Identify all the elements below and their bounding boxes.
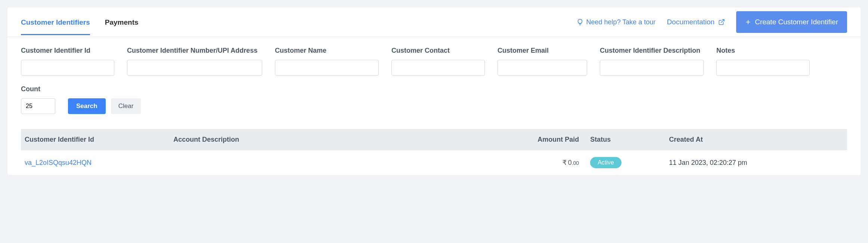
th-desc: Account Description — [170, 129, 500, 150]
cell-status: Active — [583, 150, 665, 175]
svg-line-0 — [721, 19, 724, 22]
filter-email-input[interactable] — [497, 60, 587, 76]
help-link[interactable]: Need help? Take a tour — [577, 18, 656, 26]
filter-number: Customer Identifier Number/UPI Address — [127, 47, 262, 76]
documentation-link-label: Documentation — [667, 18, 714, 26]
filter-name: Customer Name — [275, 47, 379, 76]
th-status: Status — [583, 129, 665, 150]
cell-created: 11 Jan 2023, 02:20:27 pm — [665, 150, 847, 175]
tab-bar: Customer Identifiers Payments Need help?… — [7, 7, 861, 37]
filter-contact: Customer Contact — [391, 47, 485, 76]
filter-email-label: Customer Email — [497, 47, 587, 55]
table-header-row: Customer Identifier Id Account Descripti… — [21, 129, 847, 150]
filter-contact-input[interactable] — [391, 60, 485, 76]
filter-notes-label: Notes — [716, 47, 810, 55]
filter-notes-input[interactable] — [716, 60, 810, 76]
lightbulb-icon — [577, 19, 583, 25]
external-link-icon — [718, 19, 725, 25]
th-created: Created At — [665, 129, 847, 150]
filter-contact-label: Customer Contact — [391, 47, 485, 55]
search-button[interactable]: Search — [68, 98, 106, 114]
cell-id[interactable]: va_L2oISQqsu42HQN — [21, 150, 170, 175]
filter-count-input[interactable] — [21, 98, 55, 114]
cell-amount: ₹ 0.00 — [500, 150, 583, 175]
help-link-label: Need help? Take a tour — [586, 18, 656, 26]
create-button-label: Create Customer Identifier — [755, 18, 838, 26]
plus-icon — [745, 19, 751, 25]
filter-desc: Customer Identifier Description — [600, 47, 704, 76]
clear-button[interactable]: Clear — [111, 98, 141, 114]
filter-actions: Search Clear — [68, 85, 141, 114]
results-table: Customer Identifier Id Account Descripti… — [21, 129, 847, 175]
filter-number-input[interactable] — [127, 60, 262, 76]
documentation-link[interactable]: Documentation — [667, 18, 725, 26]
tab-payments[interactable]: Payments — [105, 9, 139, 35]
filter-name-label: Customer Name — [275, 47, 379, 55]
tabs: Customer Identifiers Payments — [21, 9, 577, 35]
currency-symbol: ₹ — [562, 159, 567, 167]
filter-number-label: Customer Identifier Number/UPI Address — [127, 47, 262, 55]
filter-desc-input[interactable] — [600, 60, 704, 76]
filter-id-label: Customer Identifier Id — [21, 47, 114, 55]
th-id: Customer Identifier Id — [21, 129, 170, 150]
filter-email: Customer Email — [497, 47, 587, 76]
filter-name-input[interactable] — [275, 60, 379, 76]
th-amount: Amount Paid — [500, 129, 583, 150]
filter-count: Count — [21, 85, 55, 114]
results-table-wrap: Customer Identifier Id Account Descripti… — [7, 122, 861, 175]
tab-customer-identifiers[interactable]: Customer Identifiers — [21, 9, 90, 35]
filter-desc-label: Customer Identifier Description — [600, 47, 704, 55]
main-card: Customer Identifiers Payments Need help?… — [7, 7, 861, 175]
create-customer-identifier-button[interactable]: Create Customer Identifier — [736, 11, 847, 33]
filter-id: Customer Identifier Id — [21, 47, 114, 76]
status-badge: Active — [590, 157, 621, 168]
amount-dec: .00 — [572, 160, 579, 166]
filter-notes: Notes — [716, 47, 810, 76]
filter-id-input[interactable] — [21, 60, 114, 76]
header-actions: Need help? Take a tour Documentation Cre… — [577, 7, 847, 37]
filters: Customer Identifier Id Customer Identifi… — [7, 37, 861, 122]
table-row: va_L2oISQqsu42HQN ₹ 0.00 Active 11 Ja — [21, 150, 847, 175]
amount-int: 0 — [568, 159, 572, 166]
filter-count-label: Count — [21, 85, 55, 93]
cell-desc — [170, 150, 500, 175]
